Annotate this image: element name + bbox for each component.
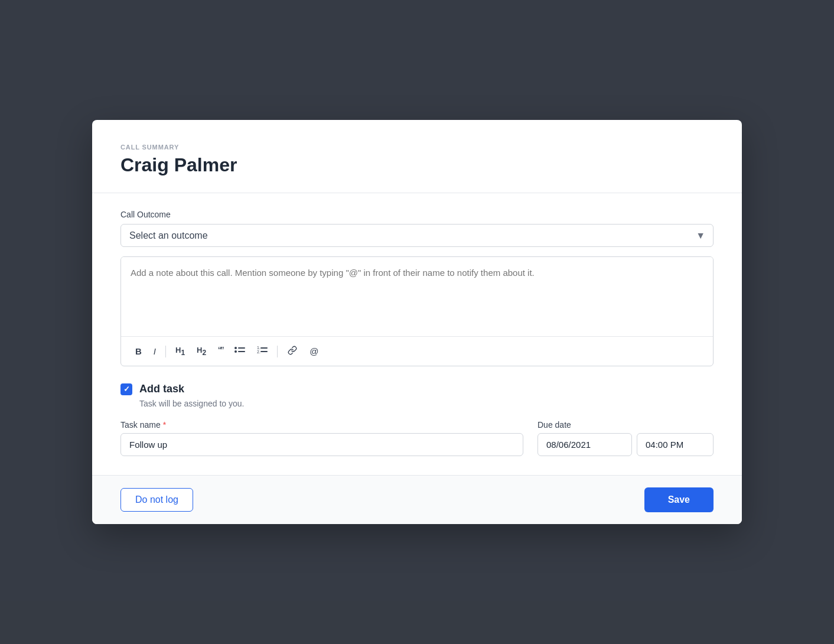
numbered-list-button[interactable]: 1.2. <box>252 343 272 359</box>
svg-rect-3 <box>238 351 245 352</box>
due-date-label: Due date <box>537 420 714 430</box>
modal-title: Craig Palmer <box>120 154 714 176</box>
note-editor: B I H1 H2 “” 1.2. @ <box>120 256 714 366</box>
modal-header-label: CALL SUMMARY <box>120 144 714 151</box>
svg-text:1.: 1. <box>257 346 260 350</box>
italic-button[interactable]: I <box>149 344 161 359</box>
task-assigned-note: Task will be assigned to you. <box>139 399 714 408</box>
h2-button[interactable]: H2 <box>192 343 211 359</box>
svg-text:2.: 2. <box>257 350 260 354</box>
required-star: * <box>163 420 166 430</box>
bullet-list-button[interactable] <box>230 343 250 359</box>
toolbar-divider-1 <box>165 346 166 357</box>
due-date-group: Due date <box>537 420 714 456</box>
do-not-log-button[interactable]: Do not log <box>120 488 193 512</box>
svg-rect-5 <box>260 347 268 349</box>
quote-button[interactable]: “” <box>213 343 227 360</box>
due-time-input[interactable] <box>637 433 714 456</box>
call-outcome-wrapper: Select an outcome Answered Left voicemai… <box>120 224 714 247</box>
bold-button[interactable]: B <box>131 344 146 359</box>
task-name-group: Task name* <box>120 420 523 456</box>
note-toolbar: B I H1 H2 “” 1.2. @ <box>121 336 713 366</box>
toolbar-divider-2 <box>277 346 278 357</box>
call-outcome-select[interactable]: Select an outcome Answered Left voicemai… <box>120 224 714 247</box>
add-task-checkbox[interactable]: ✓ <box>120 383 132 395</box>
date-time-group <box>537 433 714 456</box>
save-button[interactable]: Save <box>644 487 714 512</box>
h1-button[interactable]: H1 <box>171 343 190 359</box>
add-task-section: ✓ Add task Task will be assigned to you.… <box>120 383 714 456</box>
mention-button[interactable]: @ <box>305 344 323 359</box>
due-date-input[interactable] <box>537 433 632 456</box>
link-button[interactable] <box>282 343 302 359</box>
call-outcome-label: Call Outcome <box>120 210 714 219</box>
svg-point-2 <box>234 350 237 353</box>
task-fields: Task name* Due date <box>120 420 714 456</box>
note-textarea[interactable] <box>121 257 713 334</box>
add-task-title: Add task <box>139 383 184 395</box>
modal-footer: Do not log Save <box>92 475 742 524</box>
call-summary-modal: CALL SUMMARY Craig Palmer Call Outcome S… <box>92 120 742 524</box>
task-name-input[interactable] <box>120 433 523 456</box>
svg-point-0 <box>234 347 237 349</box>
checkmark-icon: ✓ <box>123 385 130 393</box>
task-name-label: Task name* <box>120 420 523 430</box>
svg-rect-7 <box>260 351 268 352</box>
svg-rect-1 <box>238 347 245 349</box>
